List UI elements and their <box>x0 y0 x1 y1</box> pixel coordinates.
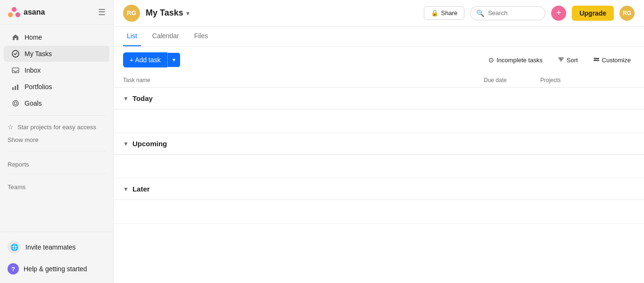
today-chevron-icon: ▼ <box>123 95 129 102</box>
share-button[interactable]: 🔒 Share <box>424 6 465 20</box>
invite-teammates-label: Invite teammates <box>25 243 76 251</box>
customize-icon <box>593 56 600 64</box>
tab-bar: List Calendar Files <box>114 26 644 47</box>
svg-point-13 <box>594 58 595 59</box>
top-header: RG My Tasks ▾ 🔒 Share 🔍 Search + Upgrade <box>114 0 644 26</box>
sidebar-footer: 🌐 Invite teammates ? Help & getting star… <box>0 232 113 283</box>
help-icon: ? <box>8 263 19 275</box>
sidebar-item-my-tasks[interactable]: My Tasks <box>4 46 109 62</box>
invite-icon: 🌐 <box>8 241 21 254</box>
svg-point-7 <box>13 100 18 106</box>
svg-point-1 <box>8 12 13 17</box>
sidebar-item-home-label: Home <box>25 33 42 41</box>
search-icon: 🔍 <box>476 9 484 17</box>
later-empty-area <box>114 200 644 224</box>
upcoming-chevron-icon: ▼ <box>123 141 129 147</box>
add-task-label: + Add task <box>130 56 161 64</box>
header-left: RG My Tasks ▾ <box>123 5 190 22</box>
tab-files[interactable]: Files <box>190 26 212 46</box>
svg-rect-5 <box>15 86 16 90</box>
help-button[interactable]: ? Help & getting started <box>0 258 113 279</box>
tab-calendar[interactable]: Calendar <box>149 26 183 46</box>
customize-label: Customize <box>602 57 631 64</box>
sidebar-item-goals[interactable]: Goals <box>4 95 109 111</box>
toolbar-right: ⊙ Incomplete tasks Sort Customize <box>485 54 635 66</box>
star-projects-link[interactable]: ☆ Star projects for easy access <box>0 119 113 134</box>
goals-icon <box>11 99 20 108</box>
sidebar-item-inbox-label: Inbox <box>25 67 41 74</box>
sidebar-nav: Home My Tasks Inbox Portfolios Goals <box>0 25 113 232</box>
page-title: My Tasks <box>146 8 183 18</box>
my-tasks-icon <box>11 50 20 58</box>
show-more-button[interactable]: Show more <box>0 134 113 147</box>
svg-point-8 <box>14 102 17 105</box>
upgrade-button[interactable]: Upgrade <box>572 6 614 21</box>
section-upcoming-label: Upcoming <box>132 140 167 148</box>
incomplete-tasks-icon: ⊙ <box>488 56 494 64</box>
portfolios-icon <box>11 83 20 91</box>
main-content: RG My Tasks ▾ 🔒 Share 🔍 Search + Upgrade <box>114 0 644 283</box>
section-row-upcoming[interactable]: ▼ Upcoming <box>114 133 644 155</box>
section-later-label: Later <box>132 185 150 193</box>
sort-label: Sort <box>567 57 578 64</box>
star-icon: ☆ <box>8 123 14 131</box>
sidebar-item-my-tasks-label: My Tasks <box>25 50 52 58</box>
tab-list[interactable]: List <box>123 26 141 46</box>
home-icon <box>11 33 20 42</box>
add-task-button-group: + Add task ▾ <box>123 52 180 67</box>
col-header-due-date: Due date <box>484 77 540 83</box>
svg-rect-6 <box>17 84 18 90</box>
sidebar-item-portfolios-label: Portfolios <box>25 83 52 91</box>
share-label: Share <box>441 9 458 17</box>
sidebar-item-goals-label: Goals <box>25 100 42 107</box>
svg-point-2 <box>16 12 21 17</box>
sidebar-toggle-button[interactable]: ☰ <box>98 8 106 17</box>
col-header-task-name: Task name <box>123 77 484 83</box>
star-projects-label: Star projects for easy access <box>17 124 96 131</box>
nav-divider-2 <box>8 151 106 151</box>
svg-text:🌐: 🌐 <box>10 243 19 251</box>
title-chevron-icon[interactable]: ▾ <box>186 9 190 17</box>
upcoming-empty-area <box>114 155 644 178</box>
nav-divider-3 <box>8 174 106 174</box>
col-header-projects: Projects <box>540 77 635 83</box>
task-table: Task name Due date Projects ▼ Today ▼ Up… <box>114 73 644 283</box>
asana-logo: asana <box>8 6 45 19</box>
header-right: 🔒 Share 🔍 Search + Upgrade RG <box>424 6 635 21</box>
sidebar-item-inbox[interactable]: Inbox <box>4 62 109 78</box>
task-toolbar: + Add task ▾ ⊙ Incomplete tasks Sort <box>114 47 644 73</box>
create-button[interactable]: + <box>551 6 566 21</box>
lock-icon: 🔒 <box>431 9 438 17</box>
svg-rect-4 <box>12 87 14 90</box>
svg-point-14 <box>597 59 598 61</box>
section-row-later[interactable]: ▼ Later <box>114 178 644 200</box>
later-chevron-icon: ▼ <box>123 186 129 192</box>
sort-button[interactable]: Sort <box>554 54 582 66</box>
incomplete-tasks-label: Incomplete tasks <box>496 57 543 64</box>
table-header: Task name Due date Projects <box>114 73 644 88</box>
sidebar-item-portfolios[interactable]: Portfolios <box>4 79 109 95</box>
sort-icon <box>558 56 564 64</box>
nav-divider-1 <box>8 115 106 116</box>
help-label: Help & getting started <box>24 265 87 273</box>
search-bar[interactable]: 🔍 Search <box>470 6 545 20</box>
section-today-label: Today <box>132 94 153 102</box>
invite-teammates-button[interactable]: 🌐 Invite teammates <box>0 236 113 258</box>
incomplete-tasks-button[interactable]: ⊙ Incomplete tasks <box>485 54 546 66</box>
add-task-dropdown-icon: ▾ <box>173 57 175 63</box>
add-task-main-button[interactable]: + Add task <box>123 52 167 67</box>
sidebar-header: asana ☰ <box>0 0 113 25</box>
sidebar-item-home[interactable]: Home <box>4 29 109 45</box>
sidebar-item-reports[interactable]: Reports <box>0 155 113 170</box>
asana-logo-icon <box>8 6 21 19</box>
search-input[interactable]: Search <box>488 9 507 17</box>
section-row-today[interactable]: ▼ Today <box>114 88 644 109</box>
svg-point-0 <box>12 7 17 12</box>
page-user-avatar: RG <box>123 5 140 22</box>
asana-logo-text: asana <box>24 8 45 17</box>
page-title-wrap: My Tasks ▾ <box>146 8 190 18</box>
sidebar-item-teams[interactable]: Teams <box>0 178 113 192</box>
customize-button[interactable]: Customize <box>589 54 635 66</box>
user-avatar-menu[interactable]: RG <box>619 6 635 21</box>
add-task-dropdown-button[interactable]: ▾ <box>167 53 180 67</box>
